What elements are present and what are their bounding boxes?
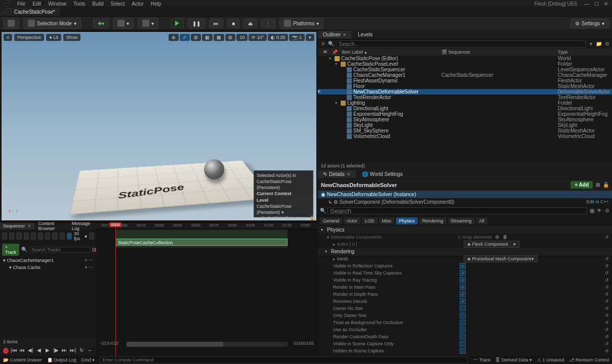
checkbox[interactable]: ✓: [460, 291, 466, 297]
flesh-component-dropdown[interactable]: ◈ Flesh Component▾: [464, 241, 519, 248]
playhead[interactable]: [115, 222, 116, 356]
mesh-dropdown[interactable]: ◈ Procedural Mesh Component▾: [464, 255, 538, 262]
viewport[interactable]: ≡ Perspective ● Lit Show ⊕ ⤢ ⊞ ▦ ▦ ⊞ 10 …: [1, 31, 317, 221]
seq-playback-icon[interactable]: [45, 233, 50, 240]
seq-key-icon[interactable]: [52, 233, 57, 240]
snap-scale[interactable]: ◐ 0.25: [268, 34, 288, 41]
seq-autokey-icon[interactable]: [60, 233, 65, 240]
tab-message-log[interactable]: Message Log: [69, 222, 96, 230]
revision-control-button[interactable]: ⎇ Revision Control: [569, 357, 609, 362]
output-log-button[interactable]: 📋 Output Log: [47, 357, 76, 362]
menu-actor[interactable]: Actor: [132, 1, 143, 7]
transform-scale[interactable]: ▦: [202, 34, 213, 41]
viewport-perspective[interactable]: Perspective: [14, 34, 44, 41]
category-deformable-components[interactable]: Deformable Components: [331, 235, 458, 240]
stop-button[interactable]: ■: [227, 19, 239, 28]
filter-icon[interactable]: ⚞: [320, 41, 326, 47]
filter-all[interactable]: All: [476, 217, 487, 224]
reset-icon[interactable]: ↺: [605, 256, 609, 261]
outliner-row[interactable]: SkyAtmosphereSkyAtmosphere: [318, 117, 612, 122]
hierarchy-icon[interactable]: ⊞: [595, 182, 601, 188]
range-start[interactable]: -015: [100, 341, 109, 346]
timeline-clip[interactable]: StaticPoseCacheCollection: [115, 239, 288, 246]
loop-button[interactable]: ↻: [78, 347, 85, 354]
timeline-ruler[interactable]: -015000000150030004500600075009001050120…: [96, 222, 318, 230]
range-end[interactable]: 0165: [304, 341, 314, 346]
edit-cpp-link[interactable]: Edit in C++: [586, 199, 609, 205]
step-fwd-button[interactable]: |▶: [53, 347, 59, 354]
snap-grid[interactable]: ⊞: [225, 34, 235, 41]
checkbox[interactable]: ✓: [460, 277, 466, 283]
filter-general[interactable]: General: [320, 217, 342, 224]
checkbox[interactable]: ✓: [460, 270, 466, 276]
derived-data-button[interactable]: 🗄 Derived Data ▾: [496, 357, 532, 362]
viewport-show[interactable]: Show: [63, 34, 81, 41]
menu-tools[interactable]: Tools: [73, 1, 85, 7]
selected-actor-name[interactable]: NewChaosDeformableSolver: [321, 182, 397, 188]
outliner-row[interactable]: ▾CacheStaticPose (Editor)World: [318, 56, 612, 61]
seq-curve-icon[interactable]: [89, 233, 94, 240]
component-root[interactable]: ◉ NewChaosDeformableSolver (Instance): [318, 191, 612, 198]
seq-view-icon[interactable]: [38, 233, 43, 240]
outliner-search-input[interactable]: [336, 40, 586, 48]
viewport-flesh-asset[interactable]: [204, 159, 224, 179]
settings-dropdown[interactable]: ⚙ Settings ▾: [570, 19, 609, 28]
reset-icon[interactable]: ↺: [605, 299, 609, 304]
reset-icon[interactable]: ↺: [605, 334, 609, 339]
tab-world-settings[interactable]: 🌐 World Settings: [357, 170, 408, 178]
seq-render-icon[interactable]: [16, 233, 21, 240]
play-button[interactable]: [171, 19, 184, 28]
outliner-row[interactable]: TextRenderActorTextRenderActor: [318, 95, 612, 100]
filter-actor[interactable]: Actor: [344, 217, 360, 224]
outliner-row[interactable]: DirectionalLightDirectionalLight: [318, 106, 612, 111]
menu-build[interactable]: Build: [92, 1, 103, 7]
reset-icon[interactable]: ↺: [605, 320, 609, 325]
checkbox[interactable]: [460, 334, 466, 340]
seq-snap-icon[interactable]: [67, 233, 72, 240]
menu-file[interactable]: File: [17, 1, 25, 7]
prev-key-button[interactable]: ⏮: [19, 347, 26, 354]
folder-add-icon[interactable]: 📁: [596, 41, 602, 47]
checkbox[interactable]: ✓: [460, 298, 466, 304]
play-options-button[interactable]: ⋮: [261, 19, 275, 28]
console-input[interactable]: [100, 356, 468, 363]
filter-lod[interactable]: LOD: [362, 217, 378, 224]
save-button[interactable]: [3, 18, 19, 29]
play-reverse-button[interactable]: ◀: [36, 347, 43, 354]
add-component-button[interactable]: + Add: [570, 181, 593, 189]
window-maximize-icon[interactable]: ☐: [594, 1, 599, 7]
outliner-row[interactable]: ▾CacheStaticPoseLevelFolder: [318, 61, 612, 67]
platforms-dropdown[interactable]: Platforms ▾: [279, 18, 323, 29]
range-button[interactable]: ↔: [87, 347, 93, 354]
timeline-scrollbar[interactable]: [127, 342, 288, 347]
cmd-label[interactable]: Cmd ▾: [81, 357, 95, 362]
clear-icon[interactable]: 🗑: [502, 234, 508, 240]
transform-select[interactable]: ⊕: [169, 34, 179, 41]
to-end-button[interactable]: ⏭|: [70, 347, 76, 354]
unsaved-button[interactable]: ⚠ 1 Unsaved: [537, 357, 564, 362]
snap-grid-value[interactable]: 10: [236, 34, 248, 41]
marketplace-button[interactable]: ▾: [113, 18, 134, 29]
viewport-lit[interactable]: ● Lit: [46, 34, 61, 41]
to-start-button[interactable]: |⏮: [11, 347, 17, 354]
eject-button[interactable]: ⏏: [243, 19, 257, 28]
track-search-input[interactable]: [29, 247, 90, 253]
step-button[interactable]: ⏭: [209, 19, 223, 28]
outliner-row[interactable]: ▾LightingFolder: [318, 100, 612, 106]
reset-icon[interactable]: ↺: [605, 285, 609, 290]
reset-icon[interactable]: ↺: [605, 292, 609, 297]
eye-icon[interactable]: 👁: [596, 208, 602, 214]
menu-edit[interactable]: Edit: [32, 1, 41, 7]
reset-icon[interactable]: ↺: [605, 327, 609, 332]
category-rendering[interactable]: ▾Rendering: [318, 248, 612, 255]
reset-icon[interactable]: ↺: [605, 306, 609, 311]
component-child[interactable]: ↳ ⚙ SolverComponent (DeformableSolverCom…: [318, 198, 612, 206]
menu-select[interactable]: Select: [111, 1, 125, 7]
viewport-menu[interactable]: ≡: [4, 34, 12, 41]
outliner-row[interactable]: VolumetricCloudVolumetricCloud: [318, 133, 612, 139]
details-search-input[interactable]: [328, 207, 587, 214]
filter-misc[interactable]: Misc: [379, 217, 395, 224]
outliner-row[interactable]: FloorStaticMeshActor: [318, 83, 612, 89]
filter-rendering[interactable]: Rendering: [419, 217, 446, 224]
step-back-button[interactable]: ◀|: [27, 347, 34, 354]
